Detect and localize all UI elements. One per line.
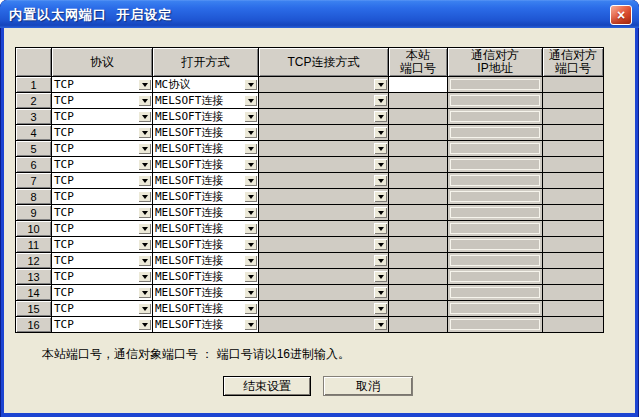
tcp-connection-dropdown-arrow-button[interactable]	[374, 175, 387, 186]
open-method-dropdown-arrow-button[interactable]	[244, 79, 257, 90]
protocol-dropdown-arrow-button[interactable]	[138, 175, 151, 186]
open-method-dropdown[interactable]: MELSOFT连接	[153, 221, 258, 236]
open-method-dropdown-arrow-button[interactable]	[244, 239, 257, 250]
tcp-connection-dropdown[interactable]	[259, 253, 388, 268]
protocol-dropdown-arrow-button[interactable]	[138, 239, 151, 250]
row-number[interactable]: 11	[16, 237, 52, 253]
protocol-dropdown[interactable]: TCP	[52, 77, 152, 92]
open-method-dropdown[interactable]: MELSOFT连接	[153, 173, 258, 188]
protocol-dropdown[interactable]: TCP	[52, 141, 152, 156]
protocol-dropdown-arrow-button[interactable]	[138, 207, 151, 218]
tcp-connection-dropdown[interactable]	[259, 109, 388, 124]
protocol-dropdown-arrow-button[interactable]	[138, 95, 151, 106]
open-method-dropdown-arrow-button[interactable]	[244, 143, 257, 154]
row-number[interactable]: 6	[16, 157, 52, 173]
local-port-field[interactable]	[389, 77, 448, 93]
row-number[interactable]: 7	[16, 173, 52, 189]
row-number[interactable]: 1	[16, 77, 52, 93]
tcp-connection-dropdown[interactable]	[259, 317, 388, 332]
tcp-connection-dropdown[interactable]	[259, 269, 388, 284]
row-number[interactable]: 2	[16, 93, 52, 109]
row-number[interactable]: 10	[16, 221, 52, 237]
protocol-dropdown-arrow-button[interactable]	[138, 223, 151, 234]
protocol-dropdown-arrow-button[interactable]	[138, 143, 151, 154]
open-method-dropdown[interactable]: MELSOFT连接	[153, 269, 258, 284]
protocol-dropdown-arrow-button[interactable]	[138, 191, 151, 202]
tcp-connection-dropdown-arrow-button[interactable]	[374, 271, 387, 282]
tcp-connection-dropdown-arrow-button[interactable]	[374, 79, 387, 90]
open-method-dropdown-arrow-button[interactable]	[244, 319, 257, 330]
tcp-connection-dropdown[interactable]	[259, 237, 388, 252]
open-method-dropdown-arrow-button[interactable]	[244, 271, 257, 282]
open-method-dropdown[interactable]: MELSOFT连接	[153, 93, 258, 108]
open-method-dropdown-arrow-button[interactable]	[244, 159, 257, 170]
protocol-dropdown[interactable]: TCP	[52, 285, 152, 300]
row-number[interactable]: 5	[16, 141, 52, 157]
open-method-dropdown[interactable]: MELSOFT连接	[153, 125, 258, 140]
tcp-connection-dropdown[interactable]	[259, 285, 388, 300]
tcp-connection-dropdown[interactable]	[259, 301, 388, 316]
tcp-connection-dropdown-arrow-button[interactable]	[374, 239, 387, 250]
protocol-dropdown-arrow-button[interactable]	[138, 255, 151, 266]
row-number[interactable]: 13	[16, 269, 52, 285]
tcp-connection-dropdown-arrow-button[interactable]	[374, 287, 387, 298]
tcp-connection-dropdown-arrow-button[interactable]	[374, 319, 387, 330]
protocol-dropdown[interactable]: TCP	[52, 125, 152, 140]
tcp-connection-dropdown-arrow-button[interactable]	[374, 143, 387, 154]
row-number[interactable]: 14	[16, 285, 52, 301]
tcp-connection-dropdown[interactable]	[259, 93, 388, 108]
open-method-dropdown[interactable]: MELSOFT连接	[153, 189, 258, 204]
open-method-dropdown[interactable]: MELSOFT连接	[153, 285, 258, 300]
finish-settings-button[interactable]: 结束设置	[223, 376, 311, 396]
tcp-connection-dropdown-arrow-button[interactable]	[374, 111, 387, 122]
protocol-dropdown-arrow-button[interactable]	[138, 287, 151, 298]
protocol-dropdown-arrow-button[interactable]	[138, 79, 151, 90]
protocol-dropdown-arrow-button[interactable]	[138, 271, 151, 282]
protocol-dropdown[interactable]: TCP	[52, 237, 152, 252]
tcp-connection-dropdown-arrow-button[interactable]	[374, 223, 387, 234]
protocol-dropdown-arrow-button[interactable]	[138, 319, 151, 330]
tcp-connection-dropdown-arrow-button[interactable]	[374, 159, 387, 170]
tcp-connection-dropdown-arrow-button[interactable]	[374, 95, 387, 106]
open-method-dropdown[interactable]: MC协议	[153, 77, 258, 92]
tcp-connection-dropdown[interactable]	[259, 189, 388, 204]
row-number[interactable]: 9	[16, 205, 52, 221]
row-number[interactable]: 15	[16, 301, 52, 317]
row-number[interactable]: 16	[16, 317, 52, 333]
cancel-button[interactable]: 取消	[323, 376, 413, 396]
protocol-dropdown[interactable]: TCP	[52, 205, 152, 220]
tcp-connection-dropdown[interactable]	[259, 77, 388, 92]
open-method-dropdown-arrow-button[interactable]	[244, 127, 257, 138]
protocol-dropdown-arrow-button[interactable]	[138, 111, 151, 122]
open-method-dropdown[interactable]: MELSOFT连接	[153, 237, 258, 252]
protocol-dropdown[interactable]: TCP	[52, 317, 152, 332]
open-method-dropdown-arrow-button[interactable]	[244, 255, 257, 266]
title-bar[interactable]: 内置以太网端口 开启设定 ×	[0, 0, 639, 28]
tcp-connection-dropdown[interactable]	[259, 157, 388, 172]
open-method-dropdown[interactable]: MELSOFT连接	[153, 205, 258, 220]
protocol-dropdown[interactable]: TCP	[52, 301, 152, 316]
tcp-connection-dropdown-arrow-button[interactable]	[374, 303, 387, 314]
close-button[interactable]: ×	[610, 5, 632, 25]
tcp-connection-dropdown[interactable]	[259, 205, 388, 220]
protocol-dropdown[interactable]: TCP	[52, 253, 152, 268]
open-method-dropdown[interactable]: MELSOFT连接	[153, 253, 258, 268]
open-method-dropdown-arrow-button[interactable]	[244, 207, 257, 218]
open-method-dropdown[interactable]: MELSOFT连接	[153, 141, 258, 156]
protocol-dropdown[interactable]: TCP	[52, 221, 152, 236]
open-method-dropdown-arrow-button[interactable]	[244, 111, 257, 122]
tcp-connection-dropdown-arrow-button[interactable]	[374, 127, 387, 138]
tcp-connection-dropdown[interactable]	[259, 125, 388, 140]
protocol-dropdown-arrow-button[interactable]	[138, 127, 151, 138]
tcp-connection-dropdown-arrow-button[interactable]	[374, 207, 387, 218]
open-method-dropdown-arrow-button[interactable]	[244, 95, 257, 106]
open-method-dropdown-arrow-button[interactable]	[244, 191, 257, 202]
tcp-connection-dropdown-arrow-button[interactable]	[374, 191, 387, 202]
tcp-connection-dropdown[interactable]	[259, 221, 388, 236]
row-number[interactable]: 3	[16, 109, 52, 125]
protocol-dropdown[interactable]: TCP	[52, 189, 152, 204]
open-method-dropdown[interactable]: MELSOFT连接	[153, 317, 258, 332]
open-method-dropdown[interactable]: MELSOFT连接	[153, 109, 258, 124]
tcp-connection-dropdown[interactable]	[259, 141, 388, 156]
row-number[interactable]: 8	[16, 189, 52, 205]
